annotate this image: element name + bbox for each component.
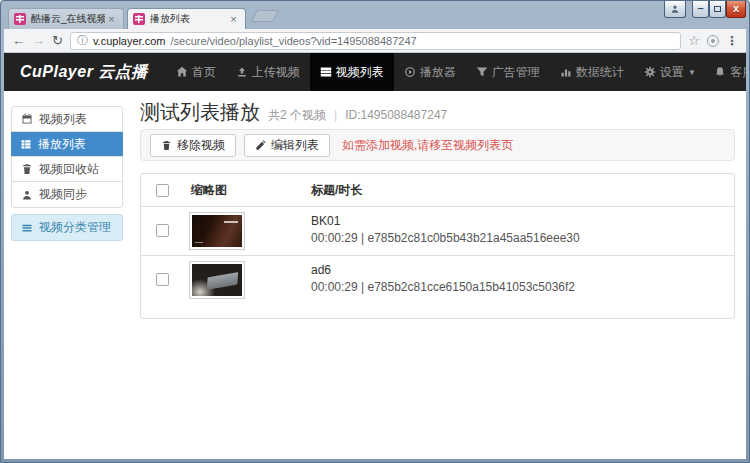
nav-item-player[interactable]: 播放器 [394, 53, 466, 91]
support-label: 客服支持 [730, 64, 746, 81]
sync-user-icon [21, 189, 33, 201]
extension-icon[interactable] [707, 35, 719, 47]
cuplayer-favicon-icon [14, 13, 26, 25]
sidebar-label: 视频同步 [39, 186, 87, 203]
sidebar-item-video-list[interactable]: 视频列表 [12, 107, 122, 132]
url-path: /secure/video/playlist_videos?vid=149508… [170, 35, 416, 47]
thumbnail-column-header: 缩略图 [191, 174, 227, 207]
nav-label: 上传视频 [252, 64, 300, 81]
nav-item-video-list[interactable]: 视频列表 [310, 53, 394, 91]
nav-label: 首页 [192, 64, 216, 81]
nav-item-stats[interactable]: 数据统计 [550, 53, 634, 91]
navbar-right: 设置 ▾ 客服支持 ▾ 3048646311@qq... ▾ [634, 53, 746, 91]
video-duration-hash: 00:00:29 | e785b2c81c0b5b43b21a45aa516ee… [311, 231, 580, 245]
nav-item-ads[interactable]: 广告管理 [466, 53, 550, 91]
table-row: BK01 00:00:29 | e785b2c81c0b5b43b21a45aa… [141, 207, 734, 255]
select-all-checkbox[interactable] [156, 184, 169, 197]
settings-label: 设置 [660, 64, 684, 81]
playlist-video-table: 缩略图 标题/时长 BK01 00:00:29 | e785b2c81c0b5b… [140, 173, 735, 319]
row-checkbox[interactable] [156, 224, 169, 237]
pencil-icon [255, 140, 266, 151]
maximize-button[interactable] [709, 1, 726, 18]
maximize-icon [714, 6, 721, 12]
sidebar-label: 视频回收站 [39, 161, 99, 178]
nav-label: 播放器 [420, 64, 456, 81]
page-info-icon[interactable]: ⓘ [77, 33, 88, 48]
gear-icon [644, 66, 656, 78]
bookmark-star-icon[interactable]: ☆ [688, 33, 700, 48]
nav-label: 视频列表 [336, 64, 384, 81]
tab-title: 播放列表 [150, 12, 227, 26]
calendar-icon [21, 113, 33, 125]
bar-chart-icon [560, 66, 572, 78]
playlist-id: ID:1495088487247 [345, 108, 447, 122]
address-bar[interactable]: ⓘ v.cuplayer.com/secure/video/playlist_v… [70, 32, 681, 50]
sidebar-item-playlist[interactable]: 播放列表 [11, 132, 123, 157]
tab-title: 酷播云_在线视频全终端解决方案 [31, 12, 105, 26]
settings-dropdown[interactable]: 设置 ▾ [634, 53, 705, 91]
bell-icon [714, 66, 726, 78]
sidebar-item-recycle-bin[interactable]: 视频回收站 [12, 157, 122, 182]
sidebar-menu: 视频列表 播放列表 视频回收站 视频同步 [11, 106, 123, 208]
thumbnail-image [192, 215, 242, 247]
page-title: 测试列表播放 [140, 99, 260, 126]
sidebar-item-video-sync[interactable]: 视频同步 [12, 182, 122, 207]
browser-menu-icon[interactable]: ⋮ [726, 34, 738, 48]
separator: | [334, 108, 337, 122]
playlist-toolbar: 移除视频 编辑列表 如需添加视频,请移至视频列表页 [140, 129, 735, 161]
tab-close-icon[interactable]: × [105, 13, 118, 26]
home-icon [176, 66, 188, 78]
window-titlebar[interactable]: 酷播云_在线视频全终端解决方案 × 播放列表 × – x [1, 1, 749, 29]
cuplayer-favicon-icon [133, 13, 145, 25]
forward-button[interactable]: → [32, 30, 45, 52]
page-body: 视频列表 播放列表 视频回收站 视频同步 视频分类管理 [4, 91, 746, 459]
chevron-down-icon: ▾ [690, 67, 695, 77]
menu-lines-icon [21, 222, 33, 234]
edit-playlist-label: 编辑列表 [271, 137, 319, 154]
row-checkbox[interactable] [156, 273, 169, 286]
nav-item-home[interactable]: 首页 [166, 53, 226, 91]
video-title: BK01 [311, 214, 340, 228]
thumbnail-image [192, 264, 242, 296]
video-title: ad6 [311, 263, 331, 277]
page-heading: 测试列表播放 共2 个视频 | ID:1495088487247 [140, 99, 447, 126]
browser-toolbar: ← → ↻ ⓘ v.cuplayer.com/secure/video/play… [4, 29, 746, 53]
trash-icon [161, 140, 172, 151]
remove-video-button[interactable]: 移除视频 [150, 134, 236, 157]
upload-icon [236, 66, 248, 78]
tab-close-icon[interactable]: × [227, 13, 240, 26]
video-list-icon [320, 66, 332, 78]
back-button[interactable]: ← [12, 30, 25, 52]
playlist-icon [20, 138, 32, 150]
nav-label: 数据统计 [576, 64, 624, 81]
browser-content: ← → ↻ ⓘ v.cuplayer.com/secure/video/play… [4, 29, 746, 459]
browser-tab-active[interactable]: 播放列表 × [127, 8, 246, 29]
support-dropdown[interactable]: 客服支持 ▾ [704, 53, 746, 91]
filter-icon [476, 66, 488, 78]
title-duration-column-header: 标题/时长 [311, 174, 362, 207]
browser-window: 酷播云_在线视频全终端解决方案 × 播放列表 × – x ← → ↻ ⓘ v.c… [0, 0, 750, 463]
video-duration-hash: 00:00:29 | e785b2c81cce6150a15b41053c503… [311, 280, 575, 294]
brand-logo[interactable]: CuPlayer 云点播 [4, 53, 166, 91]
close-button[interactable]: x [726, 1, 746, 18]
sidebar-item-category-manage[interactable]: 视频分类管理 [11, 214, 123, 241]
new-tab-button[interactable] [251, 10, 279, 22]
reload-button[interactable]: ↻ [52, 30, 63, 52]
edit-playlist-button[interactable]: 编辑列表 [244, 134, 330, 157]
nav-item-upload[interactable]: 上传视频 [226, 53, 310, 91]
trash-icon [21, 163, 33, 175]
play-circle-icon [404, 66, 416, 78]
sidebar-label: 播放列表 [38, 136, 86, 153]
video-thumbnail[interactable] [189, 261, 245, 299]
browser-tab-inactive[interactable]: 酷播云_在线视频全终端解决方案 × [8, 8, 124, 29]
video-count: 共2 个视频 [268, 107, 326, 124]
url-domain: v.cuplayer.com [93, 35, 166, 47]
table-row: ad6 00:00:29 | e785b2c81cce6150a15b41053… [141, 255, 734, 303]
video-thumbnail[interactable] [189, 212, 245, 250]
sidebar-label: 视频分类管理 [39, 219, 111, 236]
add-video-hint: 如需添加视频,请移至视频列表页 [342, 137, 513, 154]
minimize-button[interactable]: – [692, 1, 709, 18]
sidebar-label: 视频列表 [39, 111, 87, 128]
person-icon [670, 4, 680, 14]
profile-button[interactable] [664, 1, 686, 18]
